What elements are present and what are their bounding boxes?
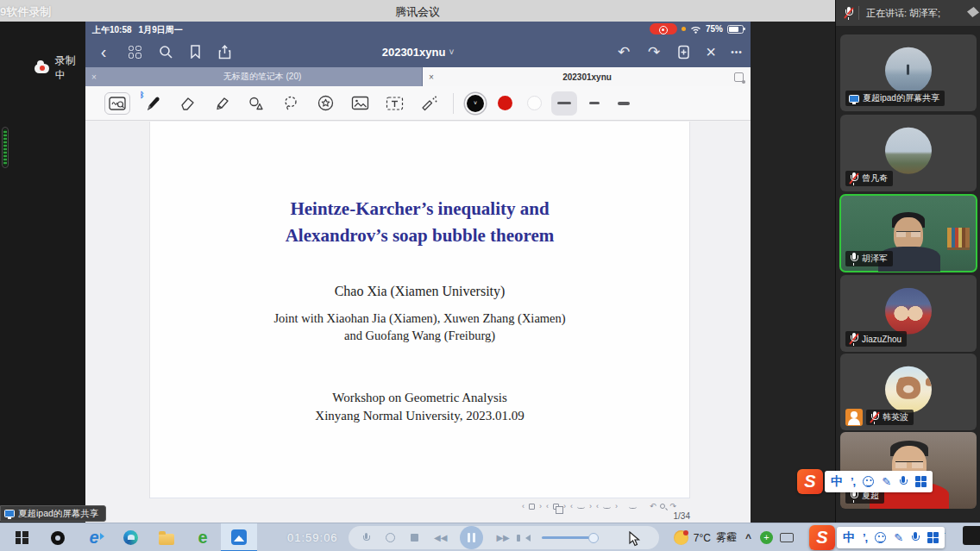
undo-button[interactable]: ↶ (609, 36, 638, 67)
taskbar-app-flower[interactable] (40, 523, 76, 551)
taskbar-tencent-meeting[interactable] (221, 523, 257, 551)
notification-peek[interactable] (963, 526, 980, 545)
prev-icon[interactable]: ‹ (522, 502, 525, 510)
page-copy-icon[interactable] (734, 72, 744, 82)
ime-taskbar-bar: S 中 ’, ✎ (809, 525, 945, 550)
color-black-swatch[interactable]: ˅ (461, 90, 490, 117)
start-button[interactable] (3, 523, 40, 551)
next-icon[interactable]: › (589, 502, 592, 510)
tab-close-icon[interactable]: × (423, 72, 440, 82)
volume-button[interactable] (525, 535, 534, 542)
volume-slider[interactable] (542, 536, 595, 539)
notebook-canvas[interactable]: Heintze-Karcher’s inequality and Alexand… (85, 122, 751, 523)
weather-temp[interactable]: 7°C (694, 532, 711, 544)
share-button[interactable] (210, 36, 239, 67)
ime-mode-toggle[interactable]: 中 (831, 474, 843, 490)
page-navigation-bar[interactable]: ‹ › ‹ › ‹ › ‹ › ↶ ↷ (522, 502, 676, 510)
pages-icon[interactable] (553, 504, 559, 510)
weather-icon[interactable] (674, 530, 688, 545)
highlighter-tool[interactable] (204, 90, 239, 117)
screen-record-pill-icon[interactable] (650, 23, 677, 34)
scroll-icon[interactable] (603, 504, 611, 509)
rewind-button[interactable]: ◀◀ (434, 533, 447, 542)
prev-icon[interactable]: ‹ (570, 502, 573, 510)
ipad-date: 1月9日周一 (139, 24, 183, 36)
participant-tile-hanyingbo[interactable]: 韩英波 (840, 354, 977, 430)
stroke-medium[interactable] (580, 90, 609, 117)
shapes-tool[interactable] (239, 90, 273, 117)
taskbar-app-ie[interactable]: e (76, 523, 112, 551)
tab-close-icon[interactable]: × (85, 72, 103, 82)
redo-small-icon[interactable]: ↷ (669, 502, 676, 510)
scroll-icon[interactable] (577, 504, 585, 509)
page-frame-icon[interactable] (529, 504, 535, 510)
prev-icon[interactable]: ‹ (546, 502, 549, 510)
participant-tile-zengfanqi[interactable]: 曾凡奇 (840, 115, 977, 191)
tab-untitled-notebook[interactable]: × 无标题的笔记本 (20) (85, 67, 423, 86)
emoji-icon[interactable] (863, 476, 874, 487)
participant-tile-screen-share[interactable]: 夏超ipad的屏幕共享 (840, 34, 977, 111)
taskbar-app-360[interactable]: e (185, 523, 221, 551)
ime-punctuation-toggle[interactable]: ’, (851, 475, 855, 488)
mic-control-button[interactable] (362, 533, 370, 543)
pause-button[interactable] (460, 526, 483, 549)
search-button[interactable] (151, 36, 180, 67)
keyboard-tray-icon[interactable] (780, 533, 794, 542)
zoom-small-icon[interactable] (660, 504, 665, 509)
sogou-logo-icon[interactable]: S (797, 469, 823, 494)
speaking-banner: 正在讲话: 胡泽军; (836, 0, 980, 26)
ime-grid-icon[interactable] (927, 532, 939, 543)
participants-sidebar: 正在讲话: 胡泽军; 夏超ipad的屏幕共享 曾凡奇 (835, 0, 980, 523)
stop-button[interactable] (411, 534, 418, 542)
zoom-window-tool[interactable] (104, 92, 130, 115)
pencil-icon[interactable]: ✎ (894, 531, 903, 544)
participant-tile-huzejun[interactable]: 胡泽军 (840, 195, 977, 272)
laser-pointer-tool[interactable] (411, 90, 446, 117)
image-tool[interactable] (342, 90, 377, 117)
close-document-button[interactable]: × (698, 36, 724, 67)
forward-button[interactable]: ▶▶ (496, 533, 509, 542)
elements-tool[interactable] (308, 90, 342, 117)
add-page-button[interactable] (669, 36, 698, 67)
color-white-swatch[interactable] (519, 90, 549, 117)
slide-page[interactable]: Heintze-Karcher’s inequality and Alexand… (149, 122, 690, 498)
pen-tool[interactable]: ᛒ (135, 90, 170, 117)
next-icon[interactable]: › (539, 502, 542, 510)
taskbar-file-explorer[interactable] (148, 523, 185, 551)
add-page-icon (677, 45, 690, 59)
ime-grid-icon[interactable] (915, 476, 927, 487)
participant-tile-jiazuzhou[interactable]: JiazuZhou (840, 275, 977, 352)
ime-punctuation-toggle[interactable]: ’, (863, 531, 867, 544)
redo-button[interactable]: ↷ (639, 36, 669, 67)
tab-202301xynu[interactable]: × 202301xynu (423, 67, 751, 86)
undo-small-icon[interactable]: ↶ (650, 502, 656, 510)
next-icon[interactable]: › (615, 502, 618, 510)
taskbar-app-icons: e e (3, 523, 257, 551)
thumbnails-button[interactable] (120, 36, 149, 67)
screen-share-icon (4, 510, 15, 517)
pencil-icon[interactable]: ✎ (882, 475, 891, 488)
ime-mic-icon[interactable] (899, 476, 908, 487)
lasso-tool[interactable] (273, 90, 308, 117)
stroke-thick[interactable] (609, 90, 638, 117)
eraser-tool[interactable] (170, 90, 204, 117)
back-button[interactable]: ‹ (89, 36, 118, 67)
text-tool[interactable] (377, 90, 411, 117)
more-button[interactable]: ••• (724, 36, 750, 67)
prev-icon[interactable]: ‹ (596, 502, 599, 510)
sogou-logo-icon[interactable]: S (809, 525, 835, 550)
restart-button[interactable] (386, 533, 395, 542)
scroll-icon[interactable] (629, 504, 637, 509)
tray-expand-caret[interactable]: ^ (745, 532, 751, 544)
taskbar-tray: 7°C 雾霾 ^ + (674, 523, 799, 551)
taskbar-app-edge[interactable] (112, 523, 148, 551)
color-red-swatch[interactable] (490, 90, 519, 117)
stroke-thin-selected[interactable] (551, 91, 577, 116)
bookmark-button[interactable] (180, 36, 210, 67)
emoji-icon[interactable] (875, 532, 886, 543)
next-icon[interactable]: › (563, 502, 566, 510)
ime-mic-icon[interactable] (911, 532, 920, 543)
ime-mode-toggle[interactable]: 中 (843, 530, 855, 546)
tray-360-icon[interactable]: + (760, 531, 773, 544)
weather-condition[interactable]: 雾霾 (716, 530, 737, 545)
